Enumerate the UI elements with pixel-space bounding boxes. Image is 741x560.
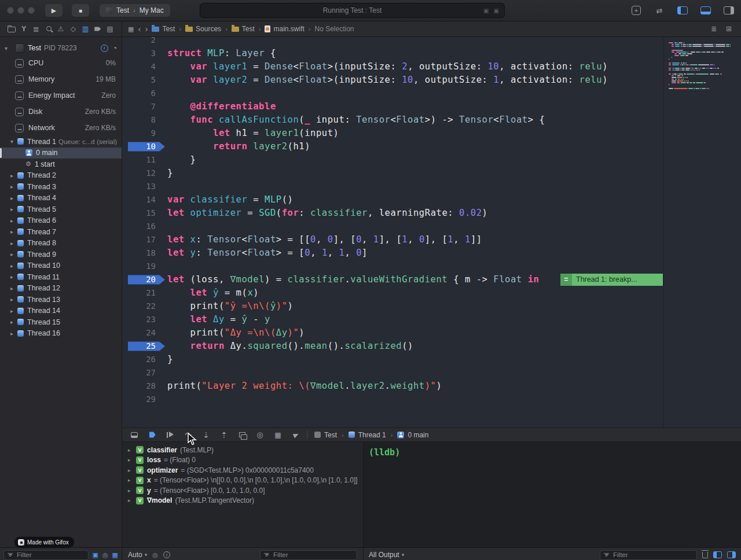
view-mode-icon[interactable]: ▣: [93, 551, 98, 559]
line-number[interactable]: 11: [122, 153, 156, 167]
line-number[interactable]: 24: [122, 326, 156, 340]
disclosure-icon[interactable]: ▸: [128, 498, 135, 503]
minimize-window-icon[interactable]: [17, 7, 24, 14]
stop-button[interactable]: ■: [72, 4, 89, 17]
code-line[interactable]: 14var classifier = MLP(): [122, 193, 741, 207]
console-pane[interactable]: (lldb): [364, 442, 741, 547]
step-out-icon[interactable]: [218, 430, 230, 440]
line-number[interactable]: 10: [122, 140, 156, 153]
line-number[interactable]: 28: [122, 380, 156, 393]
breadcrumb-group-test[interactable]: Test: [232, 25, 255, 33]
code-line[interactable]: 10 return layer2(h1): [122, 140, 741, 153]
code-text[interactable]: func callAsFunction(_ input: Tensor<Floa…: [167, 113, 741, 127]
code-line[interactable]: 27: [122, 366, 741, 380]
line-number[interactable]: 21: [122, 286, 156, 300]
clear-console-icon[interactable]: [702, 552, 708, 558]
gauge-row-disk[interactable]: DiskZero KB/s: [0, 104, 122, 120]
thread-row-1[interactable]: ▾ Thread 1 Queue: c...d (serial): [0, 136, 122, 148]
disclosure-icon[interactable]: ▸: [10, 308, 17, 314]
code-text[interactable]: print("Layer 2 weight: \(∇model.layer2.w…: [167, 380, 741, 393]
breadcrumb-selection[interactable]: No Selection: [315, 25, 354, 33]
console-filter-field[interactable]: [600, 550, 697, 560]
line-number[interactable]: 27: [122, 366, 156, 380]
simulate-location-icon[interactable]: [289, 430, 302, 440]
line-number[interactable]: 19: [122, 260, 156, 273]
stack-frame-row[interactable]: ⚙1 start: [0, 159, 122, 170]
variables-filter-field[interactable]: [260, 550, 357, 560]
add-editor-icon[interactable]: ⊞: [726, 25, 732, 33]
activity-detail-icon[interactable]: ▣: [483, 8, 489, 14]
code-text[interactable]: var layer1 = Dense<Float>(inputSize: 2, …: [167, 60, 741, 73]
line-number[interactable]: 7: [122, 100, 156, 113]
variable-row[interactable]: ▸Voptimizer= (SGD<Test.MLP>) 0x000000011…: [122, 465, 363, 476]
code-line[interactable]: 8 func callAsFunction(_ input: Tensor<Fl…: [122, 113, 741, 127]
source-control-navigator-icon[interactable]: [18, 24, 30, 34]
line-number[interactable]: 13: [122, 180, 156, 193]
thread-row[interactable]: ▸Thread 15: [0, 316, 122, 328]
show-console-pane-icon[interactable]: [727, 551, 736, 558]
gauge-row-energy[interactable]: Energy ImpactZero: [0, 87, 122, 104]
code-line[interactable]: 13: [122, 180, 741, 193]
continue-icon[interactable]: [164, 430, 177, 440]
thread-row[interactable]: ▸Thread 16: [0, 328, 122, 340]
line-number[interactable]: 15: [122, 207, 156, 220]
code-text[interactable]: return Δy.squared().mean().scalarized(): [167, 340, 741, 353]
variable-row[interactable]: ▸Vy= (Tensor<Float>) [0.0, 1.0, 1.0, 0.0…: [122, 485, 363, 496]
breakpoint-hit-badge[interactable]: =Thread 1: breakp...: [560, 274, 663, 286]
back-icon[interactable]: ‹: [138, 24, 141, 33]
code-line[interactable]: 23 let Δy = ŷ - y: [122, 313, 741, 326]
find-navigator-icon[interactable]: [43, 24, 54, 34]
code-line[interactable]: 3struct MLP: Layer {: [122, 47, 741, 60]
project-navigator-icon[interactable]: [6, 24, 17, 34]
code-text[interactable]: let h1 = layer1(input): [167, 127, 741, 140]
thread-row[interactable]: ▸Thread 4: [0, 193, 122, 204]
disclosure-icon[interactable]: ▸: [10, 274, 17, 280]
disclosure-icon[interactable]: ▸: [10, 229, 17, 235]
disclosure-icon[interactable]: ▸: [10, 218, 17, 224]
panel-bottom-icon[interactable]: [698, 5, 713, 16]
line-number[interactable]: 22: [122, 300, 156, 313]
code-line[interactable]: 21 let ŷ = m(x): [122, 286, 741, 300]
navigator-filter-field[interactable]: [3, 550, 89, 560]
view-hierarchy-icon[interactable]: [236, 430, 248, 440]
code-line[interactable]: 12}: [122, 167, 741, 180]
related-items-icon[interactable]: ▦: [128, 25, 134, 33]
console-output-dropdown[interactable]: All Output ▾: [369, 551, 404, 559]
editor-options-icon[interactable]: ≣: [711, 25, 717, 33]
navigator-filter-input[interactable]: [16, 551, 85, 559]
code-text[interactable]: var layer2 = Dense<Float>(inputSize: 10,…: [167, 73, 741, 87]
disclosure-icon[interactable]: ▸: [10, 319, 17, 325]
hide-debug-area-icon[interactable]: [128, 430, 141, 440]
disclosure-icon[interactable]: ▸: [128, 457, 135, 463]
panel-left-icon[interactable]: [675, 5, 690, 16]
code-line[interactable]: 15let optimizer = SGD(for: classifier, l…: [122, 207, 741, 220]
breakpoint-navigator-icon[interactable]: [92, 24, 104, 34]
variables-view[interactable]: ▸Vclassifier(Test.MLP)▸Vloss= (Float) 0▸…: [122, 442, 364, 547]
disclosure-icon[interactable]: ▸: [10, 172, 17, 179]
disclosure-icon[interactable]: ▸: [128, 447, 135, 453]
step-into-icon[interactable]: [200, 430, 212, 440]
code-line[interactable]: 16: [122, 220, 741, 233]
gauge-row-network[interactable]: NetworkZero KB/s: [0, 120, 122, 136]
code-text[interactable]: let ŷ = m(x): [167, 286, 741, 300]
line-number[interactable]: 4: [122, 60, 156, 73]
forward-icon[interactable]: ›: [145, 24, 148, 33]
disclosure-icon[interactable]: ▸: [128, 467, 135, 473]
variables-filter-input[interactable]: [272, 551, 353, 559]
library-icon[interactable]: [629, 5, 644, 16]
line-number[interactable]: 16: [122, 220, 156, 233]
filter-flagged-icon[interactable]: ▦: [112, 551, 118, 559]
gauge-icon[interactable]: ◔: [113, 44, 117, 52]
code-text[interactable]: @differentiable: [167, 100, 741, 113]
thread-row[interactable]: ▸Thread 10: [0, 260, 122, 272]
code-text[interactable]: }: [167, 167, 741, 180]
line-number[interactable]: 26: [122, 353, 156, 366]
code-line[interactable]: 4 var layer1 = Dense<Float>(inputSize: 2…: [122, 60, 741, 73]
thread-row[interactable]: ▸Thread 6: [0, 215, 122, 227]
code-line[interactable]: 7 @differentiable: [122, 100, 741, 113]
zoom-window-icon[interactable]: [28, 7, 35, 14]
thread-row[interactable]: ▸Thread 14: [0, 305, 122, 317]
line-number[interactable]: 3: [122, 47, 156, 60]
debug-crumb-process[interactable]: Test: [324, 431, 337, 439]
variable-row[interactable]: ▸Vclassifier(Test.MLP): [122, 445, 363, 455]
